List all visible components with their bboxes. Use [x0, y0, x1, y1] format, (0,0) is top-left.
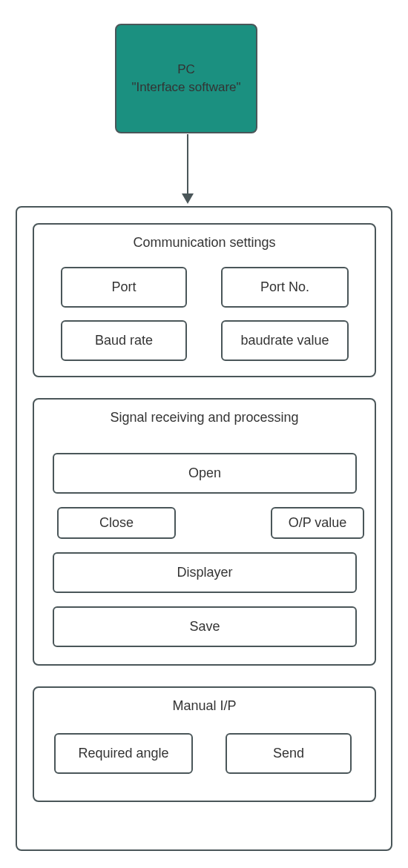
- baud-rate-value-label: baudrate value: [240, 333, 329, 348]
- manual-input-section: Manual I/P Required angle Send: [33, 686, 376, 802]
- port-number-label: Port No.: [260, 279, 309, 295]
- save-label: Save: [189, 619, 220, 635]
- op-value-box: O/P value: [271, 507, 364, 539]
- send-label: Send: [273, 746, 304, 761]
- arrow: [184, 134, 191, 205]
- save-box: Save: [53, 606, 357, 647]
- baud-rate-label-box: Baud rate: [61, 320, 187, 361]
- displayer-box: Displayer: [53, 552, 357, 593]
- comm-title: Communication settings: [34, 225, 375, 258]
- signal-processing-section: Signal receiving and processing Open Clo…: [33, 398, 376, 666]
- displayer-label: Displayer: [177, 565, 232, 580]
- send-box: Send: [226, 733, 352, 774]
- op-value-label: O/P value: [289, 515, 347, 531]
- arrow-head-icon: [182, 193, 194, 204]
- open-box: Open: [53, 453, 357, 494]
- pc-line1: PC: [177, 61, 195, 79]
- required-angle-box: Required angle: [54, 733, 193, 774]
- signal-title: Signal receiving and processing: [34, 400, 375, 433]
- port-number-box: Port No.: [221, 267, 349, 308]
- baud-rate-label: Baud rate: [95, 333, 153, 348]
- communication-settings-section: Communication settings Port Port No. Bau…: [33, 223, 376, 377]
- baud-rate-value-box: baudrate value: [221, 320, 349, 361]
- arrow-line: [187, 134, 188, 197]
- pc-node: PC "Interface software": [115, 24, 257, 133]
- open-label: Open: [188, 466, 221, 481]
- close-box: Close: [57, 507, 176, 539]
- required-angle-label: Required angle: [78, 746, 168, 761]
- close-label: Close: [99, 515, 134, 531]
- manual-title: Manual I/P: [34, 688, 375, 721]
- pc-line2: "Interface software": [131, 79, 240, 96]
- main-container: Communication settings Port Port No. Bau…: [16, 206, 392, 851]
- port-label: Port: [111, 279, 136, 295]
- port-label-box: Port: [61, 267, 187, 308]
